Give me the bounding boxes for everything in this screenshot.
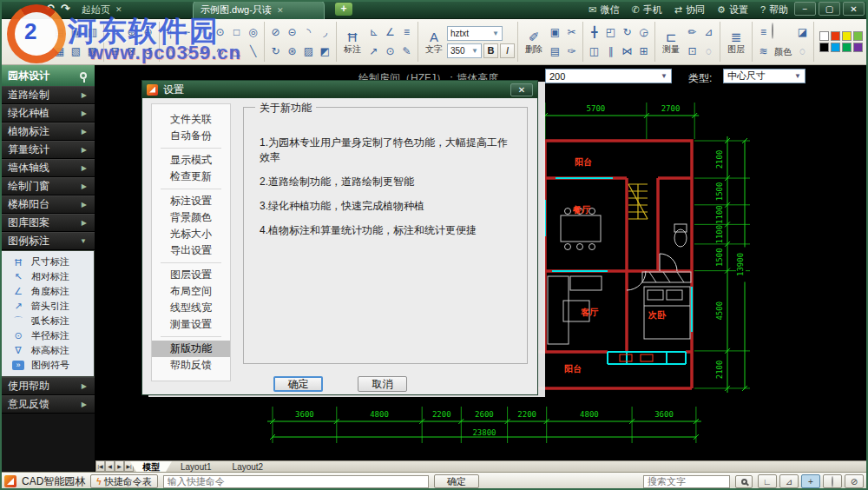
break-icon[interactable]: ⊘ — [267, 23, 284, 42]
command-input[interactable] — [163, 475, 429, 488]
leader-icon[interactable]: ↗ — [365, 43, 382, 61]
linetype-lines-icon[interactable]: ≡ — [755, 23, 772, 42]
titlebar-menu-协同[interactable]: ⇄协同 — [674, 3, 705, 17]
close-button[interactable]: ✕ — [843, 2, 865, 16]
titlebar-menu-手机[interactable]: ✆手机 — [632, 3, 662, 17]
color-swatch[interactable] — [853, 43, 863, 52]
rotate-copy-icon[interactable]: ↻ — [267, 43, 284, 61]
dialog-nav-线型线宽[interactable]: 线型线宽 — [152, 300, 230, 316]
rotate-icon[interactable]: ↻ — [619, 23, 635, 42]
dialog-nav-自动备份[interactable]: 自动备份 — [152, 128, 230, 144]
wall-height-combo[interactable]: 200 ▼ — [545, 69, 672, 83]
fillet-icon[interactable]: ◝ — [300, 23, 317, 42]
ortho-toggle[interactable]: ∟ — [758, 474, 777, 488]
color-swatch[interactable] — [819, 43, 829, 52]
titlebar-menu-帮助[interactable]: ?帮助 — [760, 3, 788, 17]
scale-icon[interactable]: ◰ — [602, 23, 619, 42]
linetype-scale-icon[interactable]: ≋ — [755, 43, 772, 61]
gradient-icon[interactable]: ◩ — [317, 43, 333, 61]
eraser-tool-icon[interactable]: ◪ — [794, 23, 811, 42]
export-pdf-icon[interactable]: ▧ — [68, 43, 84, 61]
construction-line-icon[interactable]: ╲ — [245, 43, 261, 61]
sidebar-item-楼梯阳台[interactable]: 楼梯阳台▶ — [0, 195, 95, 214]
radius-dim-icon[interactable]: ⊙ — [382, 43, 398, 61]
legend-item-箭头引注[interactable]: ↗箭头引注 — [1, 299, 94, 314]
measure-icon[interactable]: ⊏测量 — [658, 30, 684, 55]
color-swatch[interactable] — [831, 31, 840, 41]
aligned-dim-icon[interactable]: ⊾ — [365, 23, 382, 42]
tab-scroll-arrow[interactable]: |◀ — [95, 461, 105, 472]
chamfer-icon[interactable]: ◞ — [317, 23, 333, 42]
paste-icon[interactable]: ▤ — [547, 43, 563, 61]
sidebar-item-道路绘制[interactable]: 道路绘制▶ — [0, 86, 95, 104]
mirror-icon[interactable]: ⋈ — [619, 43, 635, 61]
layout-tab-Layout1[interactable]: Layout1 — [168, 461, 224, 472]
sidebar-item-绘制门窗[interactable]: 绘制门窗▶ — [0, 177, 95, 195]
array-icon[interactable]: ⊞ — [635, 43, 652, 61]
quick-dim-icon[interactable]: ✎ — [398, 43, 415, 61]
annotate-icon[interactable]: ⊡ — [684, 43, 700, 61]
sidebar-item-使用帮助[interactable]: 使用帮助▶ — [0, 377, 95, 395]
command-ok-button[interactable]: 确定 — [434, 474, 479, 488]
pan-icon[interactable]: + — [107, 23, 123, 42]
color-swatch[interactable] — [842, 43, 852, 52]
text-size-combo[interactable]: 350▼ — [447, 43, 482, 58]
shortcut-table-button[interactable]: ϟ 快捷命令表 — [90, 474, 157, 488]
zoom-previous-icon[interactable]: ↺ — [140, 43, 156, 61]
copy-icon[interactable]: ▣ — [547, 23, 563, 42]
legend-item-半径标注[interactable]: ⊙半径标注 — [1, 328, 94, 343]
sidebar-item-绿化种植[interactable]: 绿化种植▶ — [0, 104, 95, 122]
polar-array-icon[interactable]: ⊛ — [284, 43, 300, 61]
color-swatch[interactable] — [842, 31, 852, 41]
offset-icon[interactable]: ◫ — [586, 43, 602, 61]
dimension-icon[interactable]: Ħ标注 — [339, 30, 365, 55]
forward-icon[interactable]: ↷ — [61, 2, 70, 15]
dialog-nav-文件关联[interactable]: 文件关联 — [152, 111, 230, 128]
spline-icon[interactable]: ∿ — [212, 43, 228, 61]
rectangle-icon[interactable]: □ — [228, 23, 245, 42]
parallelogram-icon[interactable]: ▱ — [195, 43, 212, 61]
dialog-nav-帮助反馈[interactable]: 帮助反馈 — [152, 357, 230, 374]
cut-icon[interactable]: ✂ — [563, 23, 580, 42]
zoom-extents-icon[interactable]: ⊠ — [123, 43, 140, 61]
close-icon[interactable]: ✕ — [277, 6, 284, 15]
point-icon[interactable]: ┼ — [162, 23, 179, 42]
tab-scroll-arrow[interactable]: ◀ — [105, 461, 115, 472]
format-painter-icon[interactable]: ✑ — [563, 43, 580, 61]
legend-item-相对标注[interactable]: ↖相对标注 — [1, 269, 94, 284]
osnap-toggle[interactable]: ⊿ — [779, 474, 799, 488]
legend-item-图例符号[interactable]: »图例符号 — [1, 358, 94, 373]
new-tab-button[interactable]: + — [335, 3, 352, 16]
eraser-icon[interactable]: ✐删除 — [521, 30, 547, 55]
minimize-button[interactable]: − — [794, 2, 816, 16]
color-wheel-toggle[interactable] — [823, 474, 842, 488]
titlebar-menu-微信[interactable]: ✉微信 — [589, 3, 619, 17]
color-swatch[interactable] — [853, 31, 863, 41]
ellipse-icon[interactable]: ◎ — [245, 23, 261, 42]
save-as-icon[interactable]: ▥ — [84, 23, 101, 42]
sidebar-item-图例标注[interactable]: 图例标注▼ — [0, 232, 95, 250]
layout-tab-模型[interactable]: 模型 — [130, 461, 172, 472]
lasso-icon[interactable]: ◌ — [794, 43, 811, 61]
bold-button[interactable]: B — [483, 43, 498, 58]
tab-start-page[interactable]: 起始页 ✕ — [75, 0, 186, 19]
dim-type-combo[interactable]: 中心尺寸 ▼ — [723, 69, 806, 83]
revision-cloud-icon[interactable]: ◌ — [700, 43, 717, 61]
linetype-toggle[interactable]: ⊘ — [845, 474, 864, 488]
angular-dim-icon[interactable]: ∠ — [382, 23, 398, 42]
sidebar-header[interactable]: 园林设计 — [0, 65, 95, 86]
orbit-icon[interactable]: ◶ — [635, 23, 652, 42]
hatch-icon[interactable]: ▨ — [300, 43, 317, 61]
open-file-icon[interactable]: ▤ — [51, 23, 68, 42]
polygon-icon[interactable]: ◇ — [179, 43, 195, 61]
sidebar-item-墙体轴线[interactable]: 墙体轴线▶ — [0, 159, 95, 177]
back-icon[interactable]: ↶ — [45, 2, 55, 15]
dialog-nav-标注设置[interactable]: 标注设置 — [152, 193, 230, 209]
circle-icon[interactable]: ⊙ — [212, 23, 228, 42]
area-measure-icon[interactable]: ⊿ — [700, 23, 717, 42]
dialog-nav-显示模式[interactable]: 显示模式 — [152, 152, 230, 169]
print-icon[interactable]: ▦ — [51, 43, 68, 61]
tab-scroll-arrow[interactable]: ▶ — [115, 461, 124, 472]
sidebar-item-植物标注[interactable]: 植物标注▶ — [0, 122, 95, 141]
tab-drawing[interactable]: 示例图.dwg-只读 ✕ — [193, 0, 325, 19]
